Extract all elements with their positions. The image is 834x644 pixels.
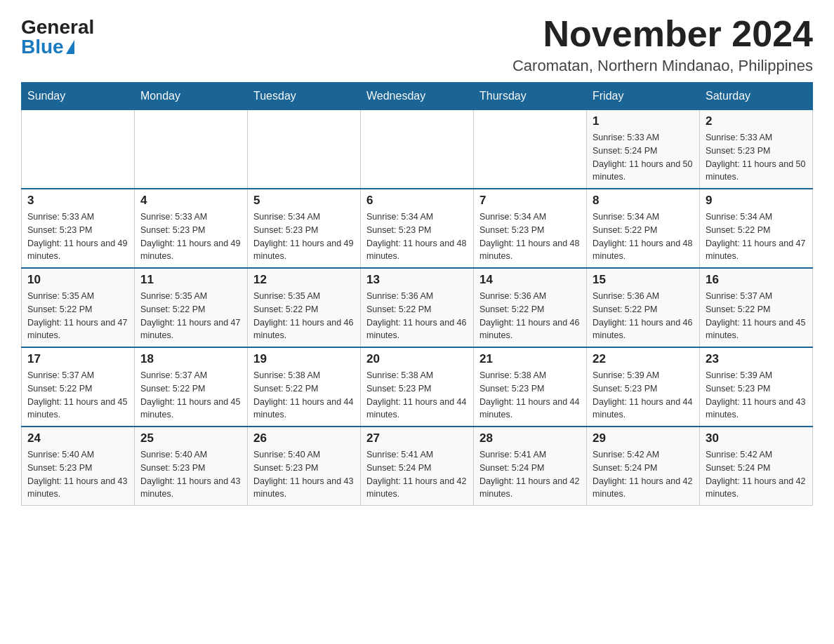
calendar-cell: 21Sunrise: 5:38 AMSunset: 5:23 PMDayligh… [474,347,587,427]
calendar-cell: 8Sunrise: 5:34 AMSunset: 5:22 PMDaylight… [587,189,700,268]
calendar-cell: 29Sunrise: 5:42 AMSunset: 5:24 PMDayligh… [587,427,700,506]
calendar-cell: 17Sunrise: 5:37 AMSunset: 5:22 PMDayligh… [22,347,135,427]
day-info: Sunrise: 5:41 AMSunset: 5:24 PMDaylight:… [366,448,468,501]
calendar-header-sunday: Sunday [22,83,135,110]
logo-general-text: General [21,18,94,37]
day-info: Sunrise: 5:34 AMSunset: 5:23 PMDaylight:… [479,210,581,263]
day-number: 25 [140,431,241,445]
day-info: Sunrise: 5:35 AMSunset: 5:22 PMDaylight:… [253,290,355,342]
calendar-header-tuesday: Tuesday [248,83,361,110]
calendar-week-row: 17Sunrise: 5:37 AMSunset: 5:22 PMDayligh… [22,347,813,427]
day-info: Sunrise: 5:37 AMSunset: 5:22 PMDaylight:… [27,369,128,422]
day-info: Sunrise: 5:33 AMSunset: 5:23 PMDaylight:… [27,210,128,263]
day-number: 28 [479,431,581,445]
calendar-cell: 18Sunrise: 5:37 AMSunset: 5:22 PMDayligh… [135,347,248,427]
location-subtitle: Caromatan, Northern Mindanao, Philippine… [512,57,813,75]
calendar-cell: 16Sunrise: 5:37 AMSunset: 5:22 PMDayligh… [700,268,813,347]
calendar-cell: 6Sunrise: 5:34 AMSunset: 5:23 PMDaylight… [361,189,474,268]
day-info: Sunrise: 5:40 AMSunset: 5:23 PMDaylight:… [27,448,128,501]
calendar-cell: 20Sunrise: 5:38 AMSunset: 5:23 PMDayligh… [361,347,474,427]
day-info: Sunrise: 5:33 AMSunset: 5:23 PMDaylight:… [706,131,807,184]
day-info: Sunrise: 5:39 AMSunset: 5:23 PMDaylight:… [593,369,694,422]
calendar-week-row: 24Sunrise: 5:40 AMSunset: 5:23 PMDayligh… [22,427,813,506]
day-info: Sunrise: 5:40 AMSunset: 5:23 PMDaylight:… [253,448,355,501]
day-info: Sunrise: 5:41 AMSunset: 5:24 PMDaylight:… [479,448,581,501]
calendar-header-monday: Monday [135,83,248,110]
calendar-cell: 5Sunrise: 5:34 AMSunset: 5:23 PMDaylight… [248,189,361,268]
day-number: 29 [593,431,694,445]
day-info: Sunrise: 5:33 AMSunset: 5:23 PMDaylight:… [140,210,241,263]
day-number: 22 [593,352,694,366]
logo-triangle-icon [66,40,74,54]
calendar-cell: 24Sunrise: 5:40 AMSunset: 5:23 PMDayligh… [22,427,135,506]
calendar-header-row: SundayMondayTuesdayWednesdayThursdayFrid… [22,83,813,110]
calendar-cell [474,110,587,189]
day-info: Sunrise: 5:34 AMSunset: 5:23 PMDaylight:… [366,210,468,263]
day-number: 11 [140,273,241,287]
day-number: 18 [140,352,241,366]
day-number: 15 [593,273,694,287]
day-number: 10 [27,273,128,287]
day-number: 19 [253,352,355,366]
day-number: 2 [706,114,807,128]
day-number: 30 [706,431,807,445]
calendar-cell: 1Sunrise: 5:33 AMSunset: 5:24 PMDaylight… [587,110,700,189]
calendar-cell: 14Sunrise: 5:36 AMSunset: 5:22 PMDayligh… [474,268,587,347]
header: General Blue November 2024 Caromatan, No… [21,14,813,75]
calendar-header-friday: Friday [587,83,700,110]
calendar-cell: 11Sunrise: 5:35 AMSunset: 5:22 PMDayligh… [135,268,248,347]
day-number: 4 [140,194,241,208]
day-info: Sunrise: 5:37 AMSunset: 5:22 PMDaylight:… [140,369,241,422]
calendar-cell: 4Sunrise: 5:33 AMSunset: 5:23 PMDaylight… [135,189,248,268]
day-number: 1 [593,114,694,128]
calendar-cell [361,110,474,189]
calendar-cell: 28Sunrise: 5:41 AMSunset: 5:24 PMDayligh… [474,427,587,506]
title-area: November 2024 Caromatan, Northern Mindan… [512,14,813,75]
calendar-cell: 19Sunrise: 5:38 AMSunset: 5:22 PMDayligh… [248,347,361,427]
day-number: 14 [479,273,581,287]
day-number: 16 [706,273,807,287]
day-info: Sunrise: 5:38 AMSunset: 5:23 PMDaylight:… [366,369,468,422]
day-number: 24 [27,431,128,445]
day-info: Sunrise: 5:34 AMSunset: 5:22 PMDaylight:… [593,210,694,263]
day-info: Sunrise: 5:36 AMSunset: 5:22 PMDaylight:… [593,290,694,342]
day-number: 13 [366,273,468,287]
day-info: Sunrise: 5:36 AMSunset: 5:22 PMDaylight:… [479,290,581,342]
calendar-header-saturday: Saturday [700,83,813,110]
day-number: 12 [253,273,355,287]
calendar-week-row: 3Sunrise: 5:33 AMSunset: 5:23 PMDaylight… [22,189,813,268]
calendar-cell: 2Sunrise: 5:33 AMSunset: 5:23 PMDaylight… [700,110,813,189]
day-number: 8 [593,194,694,208]
day-info: Sunrise: 5:36 AMSunset: 5:22 PMDaylight:… [366,290,468,342]
calendar-cell: 30Sunrise: 5:42 AMSunset: 5:24 PMDayligh… [700,427,813,506]
day-info: Sunrise: 5:35 AMSunset: 5:22 PMDaylight:… [27,290,128,342]
calendar-cell: 25Sunrise: 5:40 AMSunset: 5:23 PMDayligh… [135,427,248,506]
day-number: 3 [27,194,128,208]
day-info: Sunrise: 5:37 AMSunset: 5:22 PMDaylight:… [706,290,807,342]
day-info: Sunrise: 5:34 AMSunset: 5:23 PMDaylight:… [253,210,355,263]
day-info: Sunrise: 5:34 AMSunset: 5:22 PMDaylight:… [706,210,807,263]
day-number: 5 [253,194,355,208]
month-year-title: November 2024 [512,14,813,54]
day-number: 23 [706,352,807,366]
day-info: Sunrise: 5:35 AMSunset: 5:22 PMDaylight:… [140,290,241,342]
calendar-cell: 13Sunrise: 5:36 AMSunset: 5:22 PMDayligh… [361,268,474,347]
day-info: Sunrise: 5:40 AMSunset: 5:23 PMDaylight:… [140,448,241,501]
calendar-cell: 12Sunrise: 5:35 AMSunset: 5:22 PMDayligh… [248,268,361,347]
day-number: 6 [366,194,468,208]
calendar-cell: 26Sunrise: 5:40 AMSunset: 5:23 PMDayligh… [248,427,361,506]
day-number: 7 [479,194,581,208]
calendar-cell: 22Sunrise: 5:39 AMSunset: 5:23 PMDayligh… [587,347,700,427]
calendar-header-wednesday: Wednesday [361,83,474,110]
logo: General Blue [21,14,94,57]
day-info: Sunrise: 5:33 AMSunset: 5:24 PMDaylight:… [593,131,694,184]
calendar-header-thursday: Thursday [474,83,587,110]
calendar-cell: 9Sunrise: 5:34 AMSunset: 5:22 PMDaylight… [700,189,813,268]
day-info: Sunrise: 5:38 AMSunset: 5:22 PMDaylight:… [253,369,355,422]
calendar-cell: 27Sunrise: 5:41 AMSunset: 5:24 PMDayligh… [361,427,474,506]
calendar-cell: 23Sunrise: 5:39 AMSunset: 5:23 PMDayligh… [700,347,813,427]
calendar-cell: 10Sunrise: 5:35 AMSunset: 5:22 PMDayligh… [22,268,135,347]
day-info: Sunrise: 5:42 AMSunset: 5:24 PMDaylight:… [706,448,807,501]
day-number: 17 [27,352,128,366]
day-number: 9 [706,194,807,208]
